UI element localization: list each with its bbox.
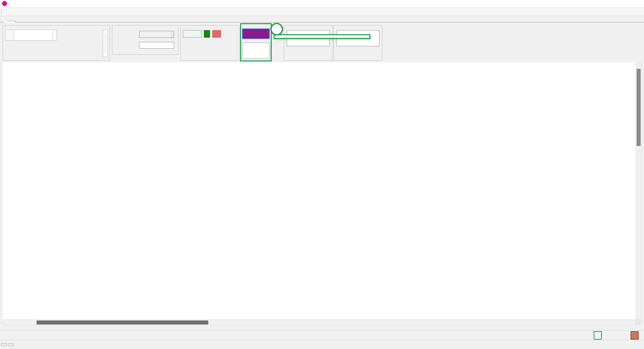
- cancel-button[interactable]: [631, 331, 639, 340]
- scroll-left-icon[interactable]: [3, 320, 8, 325]
- top-panels: [0, 22, 644, 62]
- panel-aciklama-satir: [284, 25, 333, 61]
- step-badge: [270, 23, 283, 36]
- sil-button[interactable]: [212, 30, 221, 38]
- menubar: [0, 7, 644, 16]
- mapping-grid: [5, 30, 57, 41]
- vertical-scrollbar[interactable]: [636, 62, 641, 319]
- debug-bar: [0, 340, 644, 349]
- horizontal-scrollbar[interactable]: [3, 319, 636, 325]
- scrollbar-corner: [636, 319, 641, 325]
- panel-fatura-turu-eslestirme: [3, 25, 110, 61]
- hesap-planimdan-guncelle-button[interactable]: [242, 29, 270, 39]
- panel-aciklama-fis: [333, 25, 382, 61]
- horizontal-scrollbar-thumb[interactable]: [37, 320, 208, 325]
- app-icon: [2, 1, 7, 6]
- cari-kod-kopyala-button[interactable]: [242, 43, 270, 59]
- panel-fis-bilgileri: [112, 25, 178, 55]
- toolbar-grip-icon: [1, 9, 2, 14]
- panel-toplu-cari-hesap-kodu: [180, 25, 239, 61]
- mapping-grid-scrollbar[interactable]: [103, 30, 108, 57]
- debug-label: [1, 343, 7, 346]
- titlebar: [0, 0, 644, 7]
- chevron-down-icon: [171, 31, 174, 38]
- col-header-dosyadaki-belge-turu: [14, 30, 53, 41]
- context-menu: [274, 34, 370, 39]
- version-label: [8, 343, 13, 346]
- scroll-right-icon[interactable]: [630, 320, 635, 325]
- panel-cari-kod-islemleri: [240, 23, 272, 61]
- scroll-down-icon[interactable]: [103, 52, 108, 57]
- selector-header: [5, 30, 14, 41]
- cari-kod-input[interactable]: [183, 30, 202, 38]
- tab-strip: [0, 16, 644, 22]
- vertical-scrollbar-thumb[interactable]: [637, 69, 641, 146]
- scroll-up-icon[interactable]: [103, 30, 108, 35]
- status-bar: [0, 330, 644, 340]
- col-header-yeni-belge-turu: [53, 30, 57, 41]
- fis-tipi-select[interactable]: [139, 31, 174, 38]
- export-button[interactable]: [594, 331, 602, 340]
- invoice-grid: [3, 62, 636, 319]
- guncelle-button[interactable]: [204, 30, 210, 38]
- fis-no-input[interactable]: [139, 42, 174, 49]
- scroll-up-icon[interactable]: [636, 63, 641, 68]
